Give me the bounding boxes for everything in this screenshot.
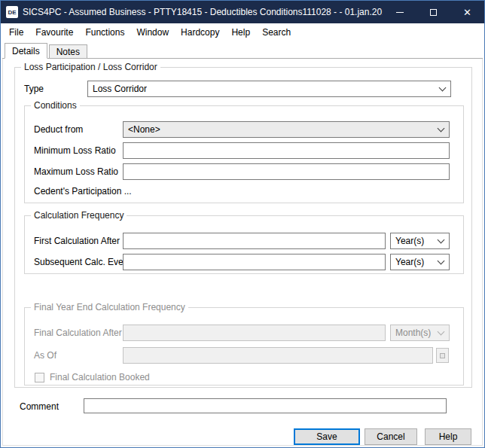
maximize-button[interactable]	[416, 1, 450, 23]
subsequent-calc-every-input[interactable]	[123, 254, 386, 270]
menu-item-help[interactable]: Help	[225, 24, 256, 41]
type-dropdown[interactable]: Loss Corridor	[87, 81, 451, 97]
menu-item-window[interactable]: Window	[130, 24, 175, 41]
first-calculation-after-unit-value: Year(s)	[395, 236, 424, 246]
window-title: SICS4PC - Assumed Business - PTTY18415 -…	[23, 7, 383, 17]
deduct-from-dropdown-value: <None>	[128, 124, 160, 135]
type-dropdown-value: Loss Corridor	[93, 84, 147, 94]
final-calculation-after-unit-value: Month(s)	[395, 328, 431, 338]
as-of-input	[123, 347, 433, 364]
save-button[interactable]: Save	[294, 428, 360, 445]
final-calculation-after-label: Final Calculation After	[34, 328, 122, 338]
tab-notes[interactable]: Notes	[49, 44, 87, 58]
menu-item-favourite[interactable]: Favourite	[29, 24, 79, 41]
subsequent-calc-every-unit-dropdown[interactable]: Year(s)	[390, 254, 450, 270]
comment-label: Comment	[20, 401, 59, 412]
deduct-from-dropdown[interactable]: <None>	[123, 121, 450, 138]
final-calculation-booked-checkbox	[35, 373, 44, 382]
minimize-button[interactable]	[383, 1, 416, 23]
menu-item-search[interactable]: Search	[256, 24, 297, 41]
calendar-icon	[440, 353, 445, 358]
chevron-down-icon	[439, 84, 447, 91]
subsequent-calc-every-label: Subsequent Calc. Every	[34, 257, 131, 267]
deduct-from-label: Deduct from	[34, 124, 83, 135]
subsequent-calc-every-unit-value: Year(s)	[395, 257, 424, 267]
tabstrip: Details Notes	[2, 43, 483, 59]
cedents-participation-label: Cedent's Participation ...	[34, 186, 132, 197]
group-calculation-frequency-title: Calculation Frequency	[31, 210, 127, 221]
menu-item-file[interactable]: File	[3, 24, 29, 41]
app-window: DE SICS4PC - Assumed Business - PTTY1841…	[0, 0, 485, 448]
comment-input[interactable]	[84, 398, 447, 413]
final-calculation-after-input	[123, 325, 386, 341]
group-conditions-title: Conditions	[31, 100, 80, 111]
group-conditions: Conditions Deduct from <None> Minimum Lo…	[24, 105, 464, 203]
final-calculation-after-unit-dropdown: Month(s)	[390, 325, 450, 341]
menu-item-functions[interactable]: Functions	[79, 24, 130, 41]
cancel-button[interactable]: Cancel	[365, 428, 417, 445]
chevron-down-icon	[438, 328, 445, 335]
maximum-loss-ratio-label: Maximum Loss Ratio	[34, 166, 118, 177]
first-calculation-after-label: First Calculation After	[34, 236, 120, 246]
first-calculation-after-unit-dropdown[interactable]: Year(s)	[390, 233, 450, 249]
chevron-down-icon	[438, 257, 445, 264]
app-icon: DE	[6, 6, 18, 18]
group-final-year-end-title: Final Year End Calculation Frequency	[31, 302, 188, 312]
as-of-picker-button	[436, 348, 449, 363]
minimum-loss-ratio-label: Minimum Loss Ratio	[34, 145, 116, 156]
group-loss-participation: Loss Participation / Loss Corridor Type …	[14, 67, 472, 388]
type-label: Type	[24, 84, 44, 94]
help-button[interactable]: Help	[425, 428, 471, 445]
close-button[interactable]: ✕	[450, 1, 484, 23]
menubar: File Favourite Functions Window Hardcopy…	[1, 23, 484, 41]
group-calculation-frequency: Calculation Frequency First Calculation …	[24, 215, 464, 274]
close-icon: ✕	[463, 8, 471, 17]
titlebar[interactable]: DE SICS4PC - Assumed Business - PTTY1841…	[1, 1, 484, 23]
tab-details[interactable]: Details	[5, 43, 47, 59]
maximize-icon	[430, 9, 437, 16]
group-loss-participation-title: Loss Participation / Loss Corridor	[21, 62, 160, 72]
final-calculation-booked-label: Final Calculation Booked	[50, 372, 150, 382]
group-final-year-end: Final Year End Calculation Frequency Fin…	[24, 307, 464, 386]
minimize-icon	[396, 12, 404, 13]
as-of-label: As Of	[34, 350, 56, 361]
chevron-down-icon	[438, 236, 445, 243]
chevron-down-icon	[438, 124, 445, 132]
first-calculation-after-input[interactable]	[123, 233, 386, 249]
maximum-loss-ratio-input[interactable]	[123, 163, 450, 180]
menu-item-hardcopy[interactable]: Hardcopy	[175, 24, 225, 41]
minimum-loss-ratio-input[interactable]	[123, 142, 450, 159]
